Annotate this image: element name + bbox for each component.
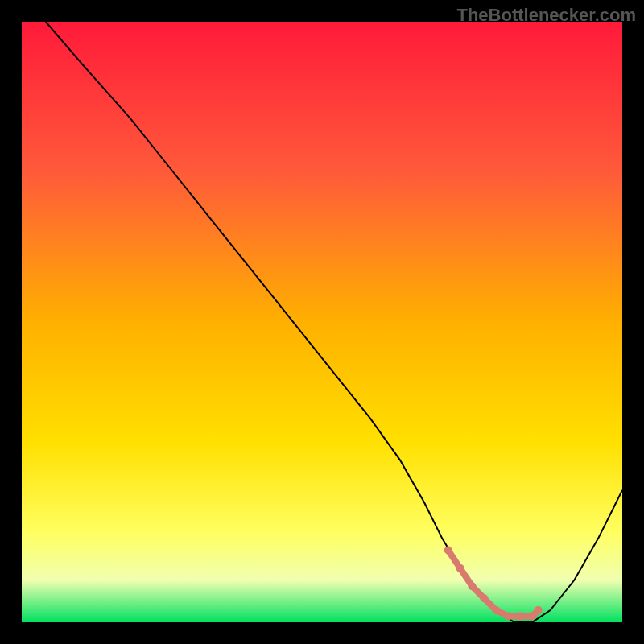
- bottleneck-chart: [0, 0, 644, 644]
- watermark-text: TheBottlenecker.com: [456, 5, 636, 26]
- chart-container: TheBottlenecker.com: [0, 0, 644, 644]
- plot-background: [22, 22, 622, 622]
